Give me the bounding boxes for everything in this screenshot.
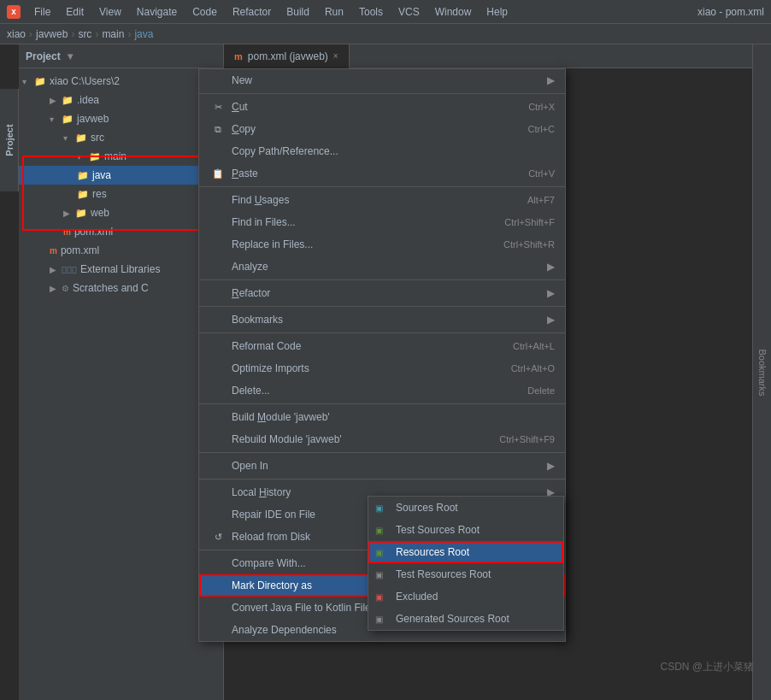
generated-sources-icon: ▣ <box>375 615 392 624</box>
ctx-new-arrow: ▶ <box>547 74 555 86</box>
ctx-replace-files[interactable]: Replace in Files... Ctrl+Shift+R <box>199 233 565 256</box>
ctx-sep-8 <box>199 479 565 479</box>
menu-help[interactable]: Help <box>480 4 515 20</box>
menu-edit[interactable]: Edit <box>59 4 91 20</box>
ctx-build-label: Build Module 'javweb' <box>232 411 555 423</box>
submenu-sources-root[interactable]: ▣ Sources Root <box>368 497 563 519</box>
tab-close-button[interactable]: × <box>333 51 338 61</box>
breadcrumb-xiao[interactable]: xiao <box>7 28 26 40</box>
ctx-paste[interactable]: 📋 Paste Ctrl+V <box>199 162 565 185</box>
ctx-optimize[interactable]: Optimize Imports Ctrl+Alt+O <box>199 357 565 379</box>
ctx-paste-label: Paste <box>232 168 528 179</box>
menu-tools[interactable]: Tools <box>352 4 390 20</box>
submenu-excluded[interactable]: ▣ Excluded <box>368 585 563 608</box>
ctx-rebuild-module[interactable]: Rebuild Module 'javweb' Ctrl+Shift+F9 <box>199 428 565 450</box>
folder-icon-idea: 📁 <box>62 95 74 106</box>
breadcrumb: xiao › javweb › src › main › java <box>0 24 771 44</box>
submenu-generated-sources[interactable]: ▣ Generated Sources Root <box>368 608 563 630</box>
folder-icon-res: 📁 <box>77 189 89 200</box>
excluded-label: Excluded <box>396 591 438 603</box>
menu-vcs[interactable]: VCS <box>391 4 427 20</box>
tree-item-idea[interactable]: ▶ 📁 .idea <box>19 91 223 109</box>
editor-tab-pomxml[interactable]: m pom.xml (javweb) × <box>224 44 350 68</box>
tree-item-javweb[interactable]: ▾ 📁 javweb <box>19 109 223 128</box>
tree-item-xiao[interactable]: ▾ 📁 xiao C:\Users\2 <box>19 72 223 91</box>
menu-refactor[interactable]: Refactor <box>226 4 278 20</box>
submenu-test-sources-root[interactable]: ▣ Test Sources Root <box>368 519 563 541</box>
ctx-rebuild-shortcut: Ctrl+Shift+F9 <box>499 434 555 444</box>
tree-label-main: main <box>104 150 127 162</box>
submenu-resources-root[interactable]: ▣ Resources Root <box>368 541 563 563</box>
ctx-copy-shortcut: Ctrl+C <box>528 124 555 134</box>
ctx-copy-icon: ⧉ <box>209 124 227 135</box>
submenu-test-resources-root[interactable]: ▣ Test Resources Root <box>368 563 563 585</box>
menu-code[interactable]: Code <box>185 4 224 20</box>
tree-arrow-xiao: ▾ <box>22 77 32 86</box>
ctx-delete[interactable]: Delete... Delete <box>199 379 565 402</box>
breadcrumb-src[interactable]: src <box>78 28 91 40</box>
tree-item-scratches[interactable]: ▶ ⚙ Scratches and C <box>19 279 223 297</box>
sidebar-header: Project ▾ <box>19 44 223 68</box>
breadcrumb-javweb[interactable]: javweb <box>36 28 68 40</box>
menu-build[interactable]: Build <box>280 4 316 20</box>
ctx-sep-4 <box>199 306 565 307</box>
sidebar-header-arrow[interactable]: ▾ <box>68 50 73 62</box>
tree-item-java[interactable]: 📁 java <box>19 166 223 185</box>
ctx-sep-1 <box>199 93 565 94</box>
ctx-cut[interactable]: ✂ Cut Ctrl+X <box>199 96 565 118</box>
tree-item-pomxml-javweb[interactable]: m pom.xml <box>19 222 223 241</box>
bookmarks-tab[interactable]: Bookmarks <box>752 44 771 700</box>
ctx-refactor-arrow: ▶ <box>547 287 555 299</box>
excluded-icon: ▣ <box>375 592 392 602</box>
ctx-open-in[interactable]: Open In ▶ <box>199 455 565 477</box>
ctx-paste-icon: 📋 <box>209 168 227 179</box>
tree-item-src[interactable]: ▾ 📁 src <box>19 128 223 147</box>
ctx-find-files-label: Find in Files... <box>232 216 504 228</box>
ctx-optimize-label: Optimize Imports <box>232 362 511 374</box>
breadcrumb-java[interactable]: java <box>134 28 153 40</box>
tree-item-res[interactable]: 📁 res <box>19 185 223 203</box>
tree-label-pomxml-javweb: pom.xml <box>74 226 113 238</box>
tab-file-icon: m <box>234 51 243 62</box>
folder-icon-src: 📁 <box>75 132 87 144</box>
ctx-sep-3 <box>199 279 565 280</box>
ctx-bookmarks-label: Bookmarks <box>232 314 540 326</box>
tab-label: pom.xml (javweb) <box>248 50 328 62</box>
project-tab[interactable]: Project <box>0 89 19 191</box>
tree-label-idea: .idea <box>77 94 99 106</box>
file-icon-pomxml: m <box>63 227 71 237</box>
ctx-find-usages[interactable]: Find Usages Alt+F7 <box>199 189 565 211</box>
menu-navigate[interactable]: Navigate <box>130 4 184 20</box>
ctx-find-files[interactable]: Find in Files... Ctrl+Shift+F <box>199 211 565 233</box>
ctx-refactor[interactable]: Refactor ▶ <box>199 282 565 304</box>
tree-label-web: web <box>91 207 109 219</box>
ctx-bookmarks[interactable]: Bookmarks ▶ <box>199 309 565 331</box>
test-sources-root-label: Test Sources Root <box>396 524 480 536</box>
ctx-build-module[interactable]: Build Module 'javweb' <box>199 406 565 428</box>
ctx-rebuild-label: Rebuild Module 'javweb' <box>232 433 499 445</box>
ctx-refactor-label: Refactor <box>232 287 540 299</box>
tree-item-main[interactable]: ▾ 📁 main <box>19 147 223 166</box>
ctx-new[interactable]: New ▶ <box>199 69 565 91</box>
tree-label-javweb: javweb <box>77 113 109 125</box>
folder-icon-main: 📁 <box>89 151 101 162</box>
tree-label-pomxml-root: pom.xml <box>61 244 99 256</box>
tree-item-web[interactable]: ▶ 📁 web <box>19 203 223 222</box>
ctx-analyze[interactable]: Analyze ▶ <box>199 256 565 278</box>
resources-root-icon: ▣ <box>375 548 392 557</box>
breadcrumb-main[interactable]: main <box>102 28 124 40</box>
menu-run[interactable]: Run <box>318 4 350 20</box>
tree-arrow-web: ▶ <box>63 209 74 218</box>
menu-file[interactable]: File <box>27 4 57 20</box>
tree-item-ext-libs[interactable]: ▶ ⌷⌷⌷ External Libraries <box>19 260 223 279</box>
ctx-reformat[interactable]: Reformat Code Ctrl+Alt+L <box>199 335 565 357</box>
menu-view[interactable]: View <box>92 4 128 20</box>
ctx-new-label: New <box>232 74 540 86</box>
ctx-copy-path[interactable]: Copy Path/Reference... <box>199 140 565 162</box>
watermark: CSDN @上进小菜猪 <box>660 660 754 674</box>
ctx-replace-shortcut: Ctrl+Shift+R <box>503 239 555 250</box>
tree-item-pomxml-root[interactable]: m pom.xml <box>19 241 223 260</box>
menu-window[interactable]: Window <box>428 4 479 20</box>
folder-icon-javweb: 📁 <box>62 114 74 125</box>
ctx-copy[interactable]: ⧉ Copy Ctrl+C <box>199 118 565 140</box>
